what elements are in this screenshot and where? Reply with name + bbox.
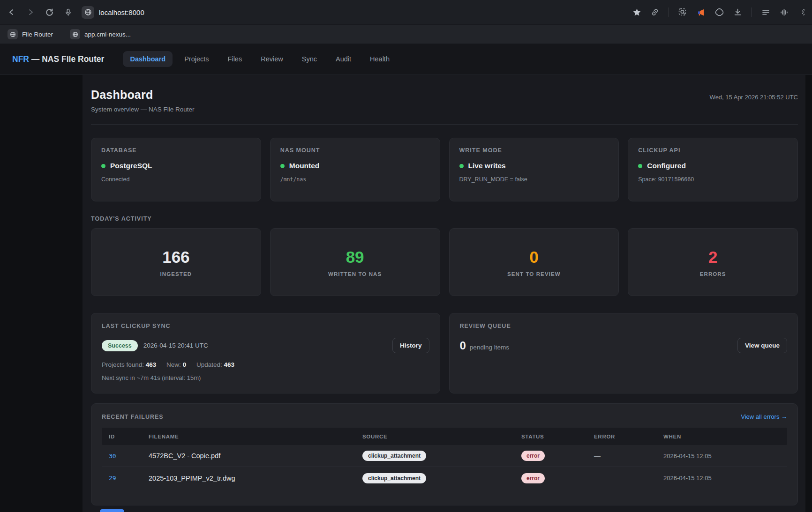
globe-icon	[70, 29, 80, 39]
sync-stats-line: Projects found: 463 New: 0 Updated: 463	[102, 361, 429, 368]
projects-found-label: Projects found:	[102, 361, 146, 368]
status-card-clickup-api: CLICKUP API Configured Space: 9017159666…	[628, 138, 798, 201]
tab-sync[interactable]: Sync	[295, 51, 324, 67]
view-queue-button[interactable]: View queue	[737, 338, 787, 353]
col-filename: FILENAME	[142, 434, 355, 439]
success-badge: Success	[102, 340, 138, 351]
tab-dashboard[interactable]: Dashboard	[123, 51, 173, 67]
source-cell: clickup_attachment	[355, 451, 514, 461]
globe-icon	[8, 29, 18, 39]
failures-table: ID FILENAME SOURCE STATUS ERROR WHEN 30 …	[102, 428, 787, 489]
partial-edge-icon	[798, 7, 804, 17]
status-card-nas-mount: NAS MOUNT Mounted /mnt/nas	[270, 138, 440, 201]
source-cell: clickup_attachment	[355, 473, 514, 483]
app-brand: NFR — NAS File Router	[12, 54, 104, 64]
error-status-badge: error	[521, 451, 545, 461]
bookmark-file-router[interactable]: File Router	[8, 29, 53, 39]
back-button[interactable]	[8, 8, 16, 16]
view-all-errors-link[interactable]: View all errors →	[741, 413, 787, 420]
status-cards-row: DATABASE PostgreSQL Connected NAS MOUNT …	[91, 138, 798, 201]
status-detail: /mnt/nas	[280, 176, 430, 183]
stat-label: INGESTED	[160, 271, 192, 277]
card-label: CLICKUP API	[638, 147, 788, 154]
status-cell: error	[514, 451, 587, 461]
col-error: ERROR	[587, 434, 656, 439]
updated-label: Updated:	[196, 361, 224, 368]
failure-id-link[interactable]: 30	[102, 453, 142, 460]
error-status-badge: error	[521, 473, 545, 483]
dashboard-page: Dashboard System overview — NAS File Rou…	[83, 75, 805, 512]
tab-files[interactable]: Files	[221, 51, 249, 67]
new-label: New:	[166, 361, 183, 368]
tab-projects[interactable]: Projects	[177, 51, 216, 67]
card-label: LAST CLICKUP SYNC	[102, 323, 429, 329]
status-dot-green	[459, 164, 464, 168]
bookmark-star-icon[interactable]	[632, 8, 641, 17]
reading-list-icon[interactable]	[761, 8, 770, 17]
stat-value: 89	[346, 248, 364, 267]
recent-failures-card: RECENT FAILURES View all errors → ID FIL…	[91, 403, 798, 505]
bookmarks-bar: File Router app.cmi-nexus...	[0, 24, 812, 44]
card-label: DATABASE	[101, 147, 251, 154]
audio-eq-icon[interactable]	[780, 8, 789, 17]
status-dot-green	[101, 164, 105, 168]
copy-link-icon[interactable]	[651, 8, 659, 16]
microphone-button[interactable]	[64, 8, 72, 16]
next-sync-line: Next sync in ~7m 41s (interval: 15m)	[102, 374, 429, 381]
projects-found-value: 463	[146, 361, 157, 368]
toolbar-separator	[669, 7, 669, 17]
tab-review[interactable]: Review	[254, 51, 290, 67]
utc-clock: Wed, 15 Apr 2026 21:05:52 UTC	[710, 94, 798, 101]
page-subtitle: System overview — NAS File Router	[91, 106, 195, 113]
stat-label: WRITTEN TO NAS	[328, 271, 382, 277]
sync-timestamp: 2026-04-15 20:41 UTC	[143, 342, 208, 349]
bottom-blue-indicator	[100, 509, 124, 512]
url-text[interactable]: localhost:8000	[99, 8, 144, 16]
card-label: NAS MOUNT	[280, 147, 430, 154]
stat-value: 0	[529, 248, 538, 267]
tab-health[interactable]: Health	[363, 51, 397, 67]
app-navbar: NFR — NAS File Router Dashboard Projects…	[0, 44, 812, 75]
download-icon[interactable]	[733, 8, 742, 17]
review-queue-card: REVIEW QUEUE 0pending items View queue	[449, 313, 798, 393]
table-row: 29 2025-103_PPIMP_v2_tr.dwg clickup_atta…	[102, 467, 787, 489]
reload-button[interactable]	[45, 8, 54, 17]
failure-id-link[interactable]: 29	[102, 475, 142, 482]
stat-label: ERRORS	[700, 271, 726, 277]
bookmark-label: app.cmi-nexus...	[84, 31, 131, 38]
source-badge: clickup_attachment	[362, 473, 426, 483]
address-bar[interactable]: localhost:8000	[82, 6, 632, 19]
card-label: WRITE MODE	[459, 147, 609, 154]
extension-megaphone-icon[interactable]	[697, 8, 706, 17]
brand-suffix: — NAS File Router	[29, 54, 104, 64]
pending-suffix: pending items	[470, 344, 509, 351]
find-in-page-icon[interactable]	[678, 8, 687, 17]
status-cell: error	[514, 473, 587, 483]
history-button[interactable]: History	[392, 338, 429, 353]
tab-audit[interactable]: Audit	[329, 51, 358, 67]
status-detail: Connected	[101, 176, 251, 183]
status-detail: Space: 90171596660	[638, 176, 788, 183]
col-id: ID	[102, 434, 142, 439]
table-row: 30 4572BC_V2 - Copie.pdf clickup_attachm…	[102, 445, 787, 467]
col-when: WHEN	[656, 434, 787, 439]
header-divider	[91, 124, 798, 125]
card-label: RECENT FAILURES	[102, 414, 164, 420]
last-clickup-sync-card: LAST CLICKUP SYNC Success 2026-04-15 20:…	[91, 313, 440, 393]
status-value: Mounted	[289, 162, 320, 170]
extension-shape-icon[interactable]	[715, 8, 724, 17]
status-dot-green	[280, 164, 285, 168]
status-card-database: DATABASE PostgreSQL Connected	[91, 138, 261, 201]
bookmark-app-cmi-nexus[interactable]: app.cmi-nexus...	[70, 29, 131, 39]
error-detail: —	[587, 475, 656, 482]
failure-filename: 4572BC_V2 - Copie.pdf	[142, 452, 355, 460]
site-globe-icon	[82, 6, 94, 19]
stat-card-sent-to-review: 0 SENT TO REVIEW	[449, 228, 619, 296]
toolbar-separator	[752, 7, 752, 17]
pending-count: 0	[460, 339, 466, 352]
browser-toolbar: localhost:8000	[0, 0, 812, 24]
failure-filename: 2025-103_PPIMP_v2_tr.dwg	[142, 475, 355, 482]
forward-button[interactable]	[26, 8, 35, 16]
status-value: Live writes	[468, 162, 506, 170]
stat-value: 166	[162, 248, 189, 267]
